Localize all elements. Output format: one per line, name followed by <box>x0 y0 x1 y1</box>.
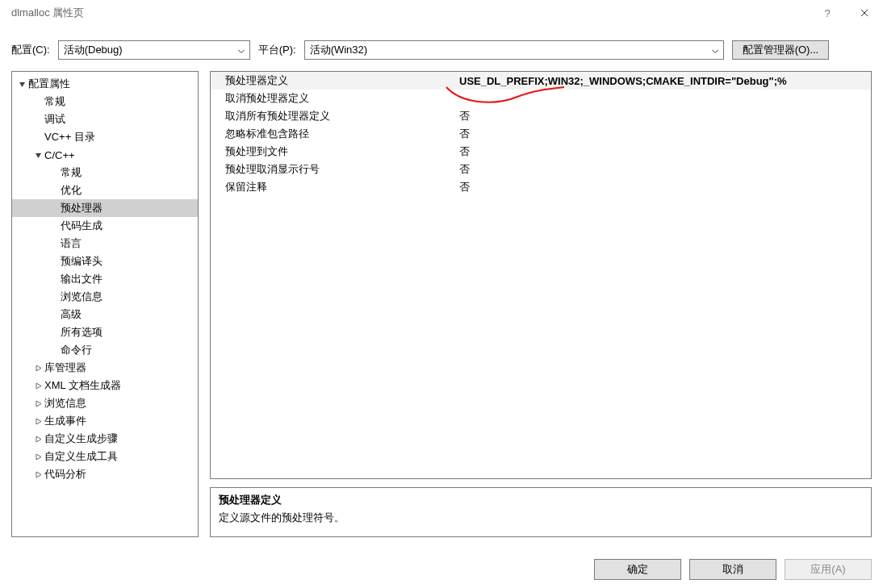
tree-item-label: 自定义生成步骤 <box>44 432 118 446</box>
tree-item[interactable]: XML 文档生成器 <box>12 377 198 394</box>
description-title: 预处理器定义 <box>219 493 863 507</box>
tree-item-label: 预编译头 <box>61 254 103 269</box>
tree-item[interactable]: 预编译头 <box>12 252 198 270</box>
platform-value: 活动(Win32) <box>310 43 368 57</box>
tree-item[interactable]: 所有选项 <box>12 323 198 341</box>
property-label: 预处理取消显示行号 <box>211 162 454 177</box>
tree-item-label: C/C++ <box>44 149 75 161</box>
tree-item-label: 命令行 <box>61 343 92 357</box>
tree-item-label: 调试 <box>44 112 65 127</box>
tree-item-label: XML 文档生成器 <box>44 378 121 393</box>
property-value[interactable]: 否 <box>454 109 871 123</box>
tree-item-label: 浏览信息 <box>61 290 103 304</box>
tree-item-label: 生成事件 <box>44 414 86 428</box>
property-row[interactable]: 取消预处理器定义 <box>211 90 871 107</box>
property-value[interactable]: 否 <box>454 127 871 141</box>
apply-label: 应用(A) <box>810 562 845 577</box>
config-manager-button[interactable]: 配置管理器(O)... <box>732 40 830 60</box>
tree-item[interactable]: 优化 <box>12 181 198 199</box>
tree-item-label: 预处理器 <box>61 201 103 215</box>
tree-item-label: 高级 <box>61 307 82 322</box>
tree-item[interactable]: 自定义生成工具 <box>12 448 198 465</box>
property-label: 保留注释 <box>211 180 454 194</box>
tree-item-label: 配置属性 <box>28 77 70 91</box>
help-icon: ? <box>824 7 830 19</box>
tree-item[interactable]: 浏览信息 <box>12 394 198 412</box>
config-label: 配置(C): <box>11 43 50 57</box>
tree-item-label: VC++ 目录 <box>44 130 95 144</box>
titlebar: dlmalloc 属性页 ? <box>0 0 883 26</box>
tree-item-label: 浏览信息 <box>44 396 86 411</box>
chevron-down-icon <box>238 44 245 56</box>
property-label: 预处理器定义 <box>211 73 454 88</box>
close-icon <box>860 9 868 17</box>
collapse-icon[interactable] <box>17 81 27 88</box>
config-combo[interactable]: 活动(Debug) <box>58 40 250 60</box>
apply-button[interactable]: 应用(A) <box>785 559 872 580</box>
ok-button[interactable]: 确定 <box>594 559 681 580</box>
tree-item[interactable]: 代码分析 <box>12 465 198 483</box>
right-pane: 预处理器定义USE_DL_PREFIX;WIN32;_WINDOWS;CMAKE… <box>210 71 872 537</box>
tree-item-label: 常规 <box>44 94 65 109</box>
tree-item[interactable]: 高级 <box>12 306 198 323</box>
chevron-down-icon <box>712 44 718 56</box>
expand-icon[interactable] <box>33 365 43 372</box>
help-button[interactable]: ? <box>809 0 846 26</box>
property-value[interactable]: 否 <box>454 180 871 194</box>
collapse-icon[interactable] <box>33 152 43 159</box>
tree-item[interactable]: 常规 <box>12 93 198 111</box>
property-label: 预处理到文件 <box>211 144 454 159</box>
tree-item-label: 库管理器 <box>44 361 86 375</box>
config-tree[interactable]: 配置属性常规调试VC++ 目录C/C++常规优化预处理器代码生成语言预编译头输出… <box>11 71 199 537</box>
property-row[interactable]: 忽略标准包含路径否 <box>211 125 871 143</box>
tree-item[interactable]: 输出文件 <box>12 270 198 288</box>
cancel-label: 取消 <box>722 562 743 577</box>
property-label: 取消预处理器定义 <box>211 91 454 106</box>
tree-item-label: 代码生成 <box>61 219 103 233</box>
tree-item[interactable]: 常规 <box>12 164 198 181</box>
tree-item-label: 常规 <box>61 165 82 180</box>
tree-item[interactable]: 生成事件 <box>12 412 198 430</box>
property-row[interactable]: 预处理取消显示行号否 <box>211 161 871 178</box>
dialog-buttons: 确定 取消 应用(A) <box>594 559 872 580</box>
tree-item[interactable]: 自定义生成步骤 <box>12 430 198 448</box>
tree-item[interactable]: 库管理器 <box>12 359 198 377</box>
tree-item[interactable]: 配置属性 <box>12 75 198 93</box>
tree-item[interactable]: C/C++ <box>12 146 198 164</box>
tree-item[interactable]: 浏览信息 <box>12 288 198 306</box>
tree-item[interactable]: 代码生成 <box>12 217 198 235</box>
expand-icon[interactable] <box>33 418 43 425</box>
tree-item[interactable]: 命令行 <box>12 341 198 359</box>
ok-label: 确定 <box>627 562 648 577</box>
expand-icon[interactable] <box>33 471 43 478</box>
property-value[interactable]: 否 <box>454 144 871 159</box>
tree-item-label: 语言 <box>61 236 82 251</box>
property-row[interactable]: 保留注释否 <box>211 178 871 196</box>
expand-icon[interactable] <box>33 453 43 461</box>
tree-item[interactable]: 预处理器 <box>12 199 198 217</box>
platform-label: 平台(P): <box>258 43 296 57</box>
tree-item-label: 代码分析 <box>44 467 86 482</box>
tree-item[interactable]: 调试 <box>12 111 198 128</box>
cancel-button[interactable]: 取消 <box>689 559 776 580</box>
config-manager-label: 配置管理器(O)... <box>743 43 819 57</box>
property-row[interactable]: 预处理到文件否 <box>211 143 871 161</box>
tree-item[interactable]: 语言 <box>12 235 198 252</box>
property-label: 忽略标准包含路径 <box>211 127 454 141</box>
property-value[interactable]: 否 <box>454 162 871 177</box>
tree-item-label: 自定义生成工具 <box>44 449 118 464</box>
main-area: 配置属性常规调试VC++ 目录C/C++常规优化预处理器代码生成语言预编译头输出… <box>0 71 883 537</box>
property-grid[interactable]: 预处理器定义USE_DL_PREFIX;WIN32;_WINDOWS;CMAKE… <box>210 71 872 479</box>
property-row[interactable]: 预处理器定义USE_DL_PREFIX;WIN32;_WINDOWS;CMAKE… <box>211 72 871 90</box>
expand-icon[interactable] <box>33 382 43 390</box>
expand-icon[interactable] <box>33 400 43 407</box>
property-value[interactable]: USE_DL_PREFIX;WIN32;_WINDOWS;CMAKE_INTDI… <box>454 75 871 87</box>
property-label: 取消所有预处理器定义 <box>211 109 454 123</box>
close-button[interactable] <box>846 0 883 26</box>
window-title: dlmalloc 属性页 <box>11 6 809 20</box>
platform-combo[interactable]: 活动(Win32) <box>304 40 724 60</box>
property-row[interactable]: 取消所有预处理器定义否 <box>211 107 871 125</box>
config-value: 活动(Debug) <box>64 43 123 57</box>
tree-item[interactable]: VC++ 目录 <box>12 128 198 146</box>
expand-icon[interactable] <box>33 436 43 443</box>
